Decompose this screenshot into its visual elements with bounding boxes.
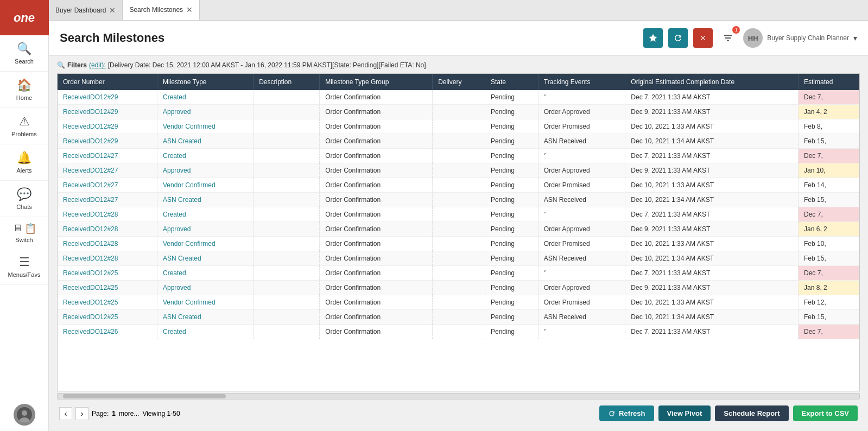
data-cell: Order Confirmation	[320, 266, 433, 281]
milestone-type-cell[interactable]: Created	[157, 266, 253, 281]
milestone-type-cell[interactable]: ASN Created	[157, 134, 253, 149]
order-number-cell[interactable]: ReceivedDO12#28	[58, 222, 157, 237]
avatar: HH	[743, 28, 763, 48]
milestone-type-cell[interactable]: Created	[157, 325, 253, 339]
data-cell	[433, 134, 485, 149]
order-number-cell[interactable]: ReceivedDO12#27	[58, 149, 157, 163]
table-row: ReceivedDO12#29Vendor ConfirmedOrder Con…	[58, 119, 859, 134]
sidebar-item-chats[interactable]: 💬 Chats	[0, 181, 48, 217]
order-number-cell[interactable]: ReceivedDO12#28	[58, 207, 157, 222]
sidebar-item-home[interactable]: 🏠 Home	[0, 72, 48, 108]
sidebar-item-problems[interactable]: ⚠ Problems	[0, 108, 48, 144]
milestone-type-cell[interactable]: Approved	[157, 105, 253, 119]
data-cell: Feb 14,	[799, 178, 859, 193]
export-csv-button[interactable]: Export to CSV	[793, 405, 858, 421]
order-number-cell[interactable]: ReceivedDO12#25	[58, 310, 157, 325]
table-row: ReceivedDO12#26CreatedOrder Confirmation…	[58, 325, 859, 339]
data-cell	[254, 222, 320, 237]
favorite-button[interactable]	[643, 28, 663, 48]
data-cell: Feb 15,	[799, 310, 859, 325]
filter-edit-link[interactable]: (edit):	[89, 61, 106, 69]
milestone-type-cell[interactable]: Approved	[157, 163, 253, 178]
view-pivot-button[interactable]: View Pivot	[658, 405, 711, 421]
data-cell	[433, 325, 485, 339]
data-cell: Pending	[485, 163, 538, 178]
sidebar-item-search[interactable]: 🔍 Search	[0, 35, 48, 72]
refresh-header-button[interactable]	[668, 28, 688, 48]
data-cell: ASN Received	[538, 134, 625, 149]
data-cell	[433, 178, 485, 193]
order-number-cell[interactable]: ReceivedDO12#28	[58, 237, 157, 251]
milestone-type-cell[interactable]: Vendor Confirmed	[157, 178, 253, 193]
data-cell: Order Promised	[538, 237, 625, 251]
data-cell	[254, 251, 320, 266]
sidebar-item-switch[interactable]: 🖥 📋 Switch	[0, 217, 48, 249]
order-number-cell[interactable]: ReceivedDO12#29	[58, 119, 157, 134]
data-cell: ASN Received	[538, 193, 625, 207]
order-number-cell[interactable]: ReceivedDO12#29	[58, 105, 157, 119]
user-dropdown-arrow[interactable]: ▾	[853, 34, 857, 42]
sidebar-home-label: Home	[16, 94, 32, 101]
data-cell: Dec 10, 2021 1:33 AM AKST	[625, 237, 799, 251]
order-number-cell[interactable]: ReceivedDO12#25	[58, 295, 157, 310]
order-number-cell[interactable]: ReceivedDO12#25	[58, 266, 157, 281]
milestone-type-cell[interactable]: ASN Created	[157, 310, 253, 325]
app-logo[interactable]: one	[0, 0, 49, 35]
viewing-label: Viewing 1-50	[142, 410, 180, 417]
tab-buyer-dashboard-label: Buyer Dashboard	[55, 7, 106, 14]
milestone-type-cell[interactable]: Vendor Confirmed	[157, 237, 253, 251]
schedule-report-button[interactable]: Schedule Report	[715, 405, 788, 421]
milestone-type-cell[interactable]: Created	[157, 90, 253, 105]
data-cell: Feb 8,	[799, 119, 859, 134]
prev-page-button[interactable]: ‹	[59, 407, 72, 420]
sidebar-avatar[interactable]	[14, 404, 35, 426]
milestone-type-cell[interactable]: Created	[157, 149, 253, 163]
table-row: ReceivedDO12#25ApprovedOrder Confirmatio…	[58, 281, 859, 295]
data-cell	[433, 310, 485, 325]
close-header-button[interactable]	[693, 28, 713, 48]
order-number-cell[interactable]: ReceivedDO12#26	[58, 325, 157, 339]
data-cell	[254, 119, 320, 134]
notification-wrapper: 1	[718, 28, 738, 48]
milestone-type-cell[interactable]: Approved	[157, 281, 253, 295]
order-number-cell[interactable]: ReceivedDO12#27	[58, 163, 157, 178]
data-cell: Order Confirmation	[320, 310, 433, 325]
filter-conditions: [Delivery Date: Dec 15, 2021 12:00 AM AK…	[108, 61, 426, 69]
milestone-type-cell[interactable]: Vendor Confirmed	[157, 119, 253, 134]
tab-buyer-dashboard-close[interactable]: ✕	[109, 7, 116, 14]
tab-search-milestones-label: Search Milestones	[129, 6, 183, 14]
order-number-cell[interactable]: ReceivedDO12#28	[58, 251, 157, 266]
milestone-type-cell[interactable]: Created	[157, 207, 253, 222]
milestone-type-cell[interactable]: ASN Created	[157, 193, 253, 207]
next-page-button[interactable]: ›	[75, 407, 88, 420]
sidebar-item-menus[interactable]: ☰ Menus/Favs	[0, 249, 48, 285]
col-orig-est-completion: Original Estimated Completion Date	[625, 74, 799, 90]
order-number-cell[interactable]: ReceivedDO12#25	[58, 281, 157, 295]
data-cell: Order Confirmation	[320, 281, 433, 295]
data-cell: Feb 10,	[799, 237, 859, 251]
refresh-button[interactable]: Refresh	[599, 405, 654, 421]
svg-point-1	[22, 410, 27, 416]
order-number-cell[interactable]: ReceivedDO12#29	[58, 134, 157, 149]
milestone-type-cell[interactable]: Approved	[157, 222, 253, 237]
more-pages-link[interactable]: more...	[119, 410, 139, 417]
order-number-cell[interactable]: ReceivedDO12#29	[58, 90, 157, 105]
order-number-cell[interactable]: ReceivedDO12#27	[58, 178, 157, 193]
tab-search-milestones-close[interactable]: ✕	[186, 6, 193, 14]
page-label: Page:	[92, 410, 109, 417]
tab-buyer-dashboard[interactable]: Buyer Dashboard ✕	[49, 0, 123, 20]
data-cell: Feb 12,	[799, 295, 859, 310]
milestones-table: Order Number Milestone Type Description …	[58, 74, 859, 339]
sidebar-item-alerts[interactable]: 🔔 Alerts	[0, 144, 48, 181]
data-cell: Order Approved	[538, 281, 625, 295]
tab-search-milestones[interactable]: Search Milestones ✕	[123, 0, 200, 20]
data-cell: Dec 7,	[799, 149, 859, 163]
milestone-type-cell[interactable]: ASN Created	[157, 251, 253, 266]
horizontal-scrollbar[interactable]	[57, 393, 860, 400]
data-cell: Order Confirmation	[320, 193, 433, 207]
milestone-type-cell[interactable]: Vendor Confirmed	[157, 295, 253, 310]
data-cell: Order Promised	[538, 178, 625, 193]
order-number-cell[interactable]: ReceivedDO12#27	[58, 193, 157, 207]
data-cell: Dec 7, 2021 1:33 AM AKST	[625, 149, 799, 163]
data-cell: Pending	[485, 105, 538, 119]
